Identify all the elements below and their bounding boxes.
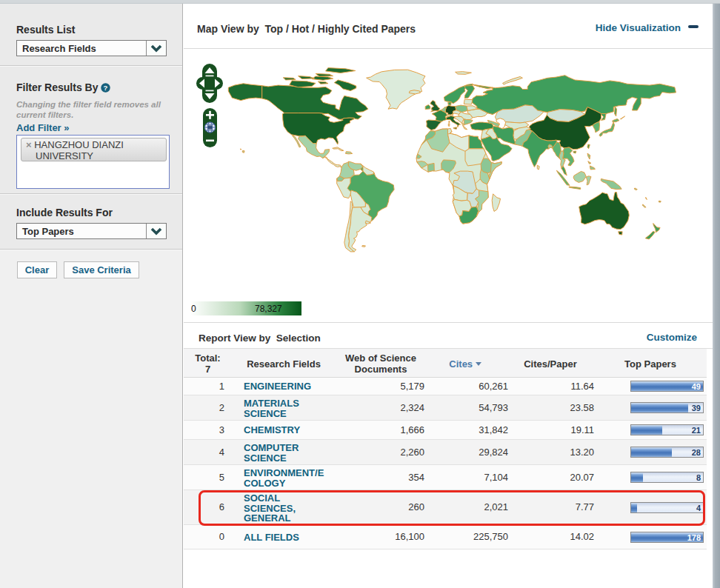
- svg-text:?: ?: [104, 84, 108, 92]
